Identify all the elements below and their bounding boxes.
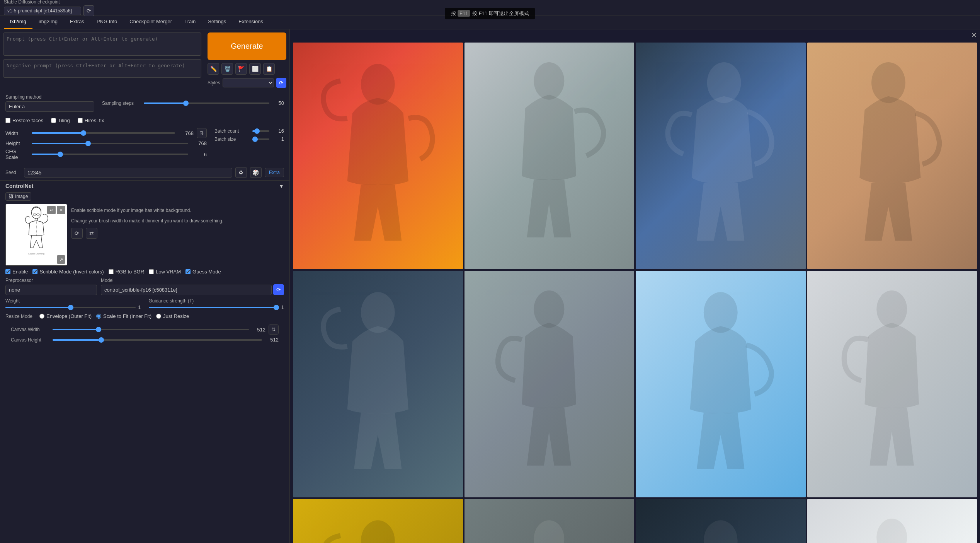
tab-checkpoint-merger[interactable]: Checkpoint Merger bbox=[123, 15, 178, 29]
grid-image-6[interactable] bbox=[464, 271, 635, 497]
styles-refresh-button[interactable]: ⟳ bbox=[276, 78, 286, 88]
image-delete-button[interactable]: ✕ bbox=[57, 206, 65, 214]
cn-rgb-bgr-checkbox[interactable]: RGB to BGR bbox=[109, 269, 144, 275]
cn-low-vram-checkbox[interactable]: Low VRAM bbox=[149, 269, 181, 275]
grid-image-3[interactable] bbox=[636, 43, 806, 269]
cn-model-select[interactable]: control_scribble-fp16 [c508311e] bbox=[101, 285, 272, 295]
grid-image-11[interactable] bbox=[636, 499, 806, 543]
resize-envelope-radio[interactable]: Envelope (Outer Fit) bbox=[39, 313, 92, 319]
fullscreen-key: F11 bbox=[458, 10, 470, 17]
cn-scribble-checkbox[interactable]: Scribble Mode (Invert colors) bbox=[32, 269, 104, 275]
flag-icon-button[interactable]: 🚩 bbox=[235, 63, 247, 75]
dimensions-col: Width 768 ⇅ Height 768 CFG Scale 6 bbox=[5, 128, 207, 162]
hires-fix-checkbox[interactable]: Hires. fix bbox=[78, 118, 104, 123]
sampling-method-select[interactable]: Euler a bbox=[5, 101, 94, 112]
clipboard-icon-button[interactable]: 📋 bbox=[263, 63, 275, 75]
batch-size-value: 1 bbox=[272, 136, 284, 142]
tab-txt2img[interactable]: txt2img bbox=[4, 15, 32, 29]
person-silhouette-5 bbox=[301, 282, 454, 486]
grid-image-4[interactable] bbox=[807, 43, 977, 269]
resize-scale-radio[interactable]: Scale to Fit (Inner Fit) bbox=[96, 313, 151, 319]
tab-img2img[interactable]: img2img bbox=[32, 15, 64, 29]
checkpoint-select[interactable]: v1-5-pruned.ckpt [e1441589a6] bbox=[4, 7, 81, 15]
grid-image-5[interactable] bbox=[293, 271, 463, 497]
grid-image-8[interactable] bbox=[807, 271, 977, 497]
options-checkboxes: Restore faces Tiling Hires. fix bbox=[0, 115, 289, 126]
cn-enable-checkbox[interactable]: Enable bbox=[5, 269, 28, 275]
tab-train[interactable]: Train bbox=[178, 15, 202, 29]
positive-prompt-input[interactable] bbox=[3, 32, 201, 56]
image-undo-button[interactable]: ↩ bbox=[47, 206, 56, 214]
negative-prompt-input[interactable] bbox=[3, 59, 201, 78]
width-slider[interactable] bbox=[32, 132, 175, 134]
cfg-label: CFG Scale bbox=[5, 149, 29, 160]
controlnet-image-tab[interactable]: 🖼 Image bbox=[5, 192, 31, 201]
scribble-note-1: Enable scribble mode if your image has w… bbox=[71, 207, 284, 214]
cn-guidance-label: Guidance strength (T) bbox=[149, 298, 284, 304]
width-label: Width bbox=[5, 130, 29, 136]
canvas-height-slider[interactable] bbox=[53, 339, 262, 341]
tab-extras[interactable]: Extras bbox=[64, 15, 90, 29]
cfg-row: CFG Scale 6 bbox=[5, 149, 207, 160]
grid-image-1[interactable] bbox=[293, 43, 463, 269]
person-silhouette-12 bbox=[815, 510, 968, 543]
tab-settings[interactable]: Settings bbox=[202, 15, 232, 29]
grid-image-7[interactable] bbox=[636, 271, 806, 497]
restore-faces-checkbox[interactable]: Restore faces bbox=[5, 118, 43, 123]
tab-extensions[interactable]: Extensions bbox=[232, 15, 269, 29]
cn-guidance-value: 1 bbox=[281, 304, 284, 310]
grid-image-12[interactable] bbox=[807, 499, 977, 543]
cn-guess-mode-checkbox[interactable]: Guess Mode bbox=[185, 269, 221, 275]
cn-guidance-col: Guidance strength (T) 1 bbox=[149, 298, 284, 310]
grid-image-9[interactable] bbox=[293, 499, 463, 543]
seed-extra-button[interactable]: Extra bbox=[265, 168, 284, 177]
cn-guidance-slider[interactable] bbox=[149, 307, 279, 308]
height-label: Height bbox=[5, 140, 29, 146]
canvas-swap-button[interactable]: ⇅ bbox=[269, 324, 279, 335]
cn-button-2[interactable]: ⇄ bbox=[86, 228, 97, 239]
image-expand-button[interactable]: ↗ bbox=[57, 255, 65, 264]
generate-button[interactable]: Generate bbox=[208, 32, 286, 60]
clear-icon-button[interactable]: ⬜ bbox=[249, 63, 261, 75]
cn-preprocessor-select[interactable]: none bbox=[5, 285, 97, 295]
seed-input[interactable] bbox=[24, 168, 232, 178]
image-drop-zone[interactable]: Stable Drawing ↩ ✕ ↗ bbox=[5, 204, 67, 266]
dimensions-batch-section: Width 768 ⇅ Height 768 CFG Scale 6 bbox=[0, 126, 289, 165]
cn-weight-guidance-row: Weight 1 Guidance strength (T) 1 bbox=[5, 298, 284, 310]
grid-image-10[interactable] bbox=[464, 499, 635, 543]
canvas-width-value: 512 bbox=[252, 327, 265, 333]
sampling-method-col: Sampling method Euler a bbox=[5, 94, 94, 112]
swap-dimensions-button[interactable]: ⇅ bbox=[197, 128, 207, 138]
controlnet-title: ControlNet bbox=[5, 183, 33, 189]
controlnet-collapse-button[interactable]: ▼ bbox=[279, 183, 284, 189]
cn-weight-label: Weight bbox=[5, 298, 141, 304]
batch-size-slider[interactable] bbox=[252, 138, 269, 140]
seed-dice-button[interactable]: 🎲 bbox=[250, 167, 262, 178]
height-slider[interactable] bbox=[32, 143, 188, 144]
delete-icon-button[interactable]: 🗑️ bbox=[221, 63, 233, 75]
styles-select[interactable] bbox=[223, 78, 274, 87]
grid-image-2[interactable] bbox=[464, 43, 635, 269]
image-tab-label: Image bbox=[15, 194, 28, 199]
batch-size-row: Batch size 1 bbox=[214, 136, 284, 142]
cfg-slider[interactable] bbox=[32, 154, 188, 155]
tab-pnginfo[interactable]: PNG Info bbox=[90, 15, 123, 29]
edit-icon-button[interactable]: ✏️ bbox=[208, 63, 219, 75]
cn-button-1[interactable]: ⟳ bbox=[71, 228, 83, 239]
person-silhouette-3 bbox=[644, 54, 797, 258]
batch-count-slider[interactable] bbox=[252, 130, 269, 132]
canvas-height-label: Canvas Height bbox=[11, 337, 49, 343]
person-silhouette-2 bbox=[473, 54, 626, 258]
resize-just-radio[interactable]: Just Resize bbox=[156, 313, 189, 319]
cn-weight-slider[interactable] bbox=[5, 307, 136, 308]
tiling-checkbox[interactable]: Tiling bbox=[51, 118, 70, 123]
sampling-steps-col: Sampling steps 50 bbox=[102, 94, 284, 112]
cn-model-refresh-button[interactable]: ⟳ bbox=[273, 284, 284, 295]
refresh-checkpoint-button[interactable]: ⟳ bbox=[83, 5, 94, 16]
cn-preprocessor-model-row: Preprocessor none Model control_scribble… bbox=[5, 278, 284, 295]
canvas-width-slider[interactable] bbox=[53, 329, 249, 330]
seed-recycle-button[interactable]: ♻ bbox=[235, 167, 247, 178]
width-value: 768 bbox=[178, 130, 194, 136]
sampling-steps-slider[interactable] bbox=[144, 102, 269, 104]
close-button[interactable]: ✕ bbox=[971, 31, 977, 39]
